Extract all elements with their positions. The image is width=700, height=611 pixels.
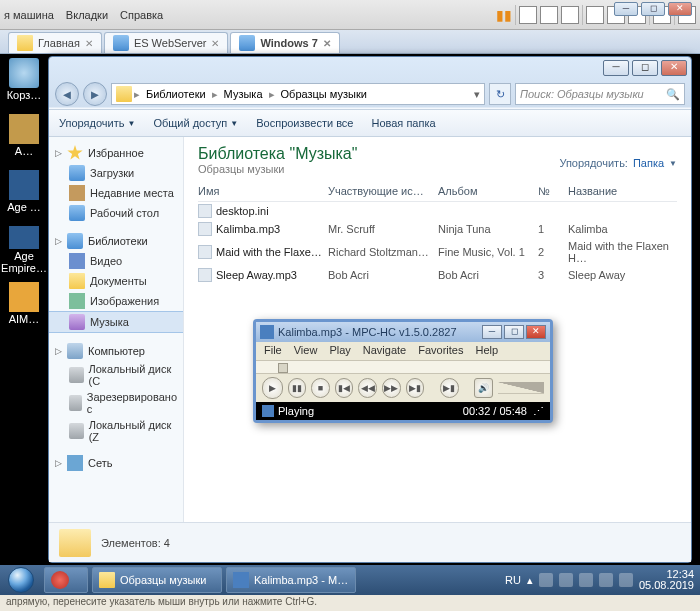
refresh-button[interactable]: ↻ — [489, 83, 511, 105]
file-icon — [198, 222, 212, 236]
column-headers[interactable]: Имя Участвующие ис… Альбом № Название — [198, 181, 677, 202]
volume-slider[interactable] — [498, 382, 544, 394]
breadcrumb-segment[interactable]: Библиотеки — [142, 88, 210, 100]
chevron-up-icon[interactable]: ▴ — [527, 574, 533, 587]
toolbar-button[interactable] — [561, 6, 579, 24]
desktop-shortcut[interactable]: Age … — [4, 170, 44, 218]
host-close-button[interactable]: ✕ — [668, 2, 692, 16]
close-button[interactable]: ✕ — [661, 60, 687, 76]
prev-button[interactable]: ▮◀ — [335, 378, 354, 398]
mpc-menu-navigate[interactable]: Navigate — [363, 344, 406, 358]
mpc-minimize-button[interactable]: ─ — [482, 325, 502, 339]
close-icon[interactable]: ✕ — [323, 38, 331, 49]
maximize-button[interactable]: ◻ — [632, 60, 658, 76]
host-minimize-button[interactable]: ─ — [614, 2, 638, 16]
toolbar-button[interactable] — [519, 6, 537, 24]
toolbar-button[interactable] — [586, 6, 604, 24]
newfolder-button[interactable]: Новая папка — [371, 117, 435, 129]
tab-home[interactable]: Главная✕ — [8, 32, 102, 53]
tray-icon[interactable] — [559, 573, 573, 587]
volume-icon[interactable] — [619, 573, 633, 587]
play-button[interactable]: ▶ — [262, 377, 283, 399]
explorer-window: ─ ◻ ✕ ◄ ► ▸ Библиотеки▸ Музыка▸ Образцы … — [48, 56, 692, 563]
file-row[interactable]: Kalimba.mp3Mr. ScruffNinja Tuna1Kalimba — [198, 220, 677, 238]
mpc-title-text: Kalimba.mp3 - MPC-HC v1.5.0.2827 — [278, 326, 457, 338]
step-button[interactable]: ▶▮ — [440, 378, 459, 398]
taskbar-explorer[interactable]: Образцы музыки — [92, 567, 222, 593]
nav-item-music[interactable]: Музыка — [49, 311, 183, 333]
breadcrumb-segment[interactable]: Образцы музыки — [277, 88, 371, 100]
mpc-menu-help[interactable]: Help — [475, 344, 498, 358]
library-icon — [67, 233, 83, 249]
arrange-control[interactable]: Упорядочить:Папка▼ — [559, 157, 677, 169]
folder-icon — [59, 529, 91, 557]
chevron-down-icon[interactable]: ▾ — [474, 88, 480, 101]
start-button[interactable] — [2, 566, 40, 594]
file-row[interactable]: desktop.ini — [198, 202, 677, 220]
mute-button[interactable]: 🔊 — [474, 378, 493, 398]
language-indicator[interactable]: RU — [505, 574, 521, 586]
pause-button[interactable]: ▮▮ — [288, 378, 307, 398]
taskbar-mpc[interactable]: Kalimba.mp3 - M… — [226, 567, 356, 593]
host-menu-item[interactable]: Вкладки — [66, 9, 108, 21]
breadcrumb[interactable]: ▸ Библиотеки▸ Музыка▸ Образцы музыки ▾ — [111, 83, 485, 105]
nav-item-video[interactable]: Видео — [49, 251, 183, 271]
nav-favorites[interactable]: ▷Избранное — [49, 143, 183, 163]
tab-webserver[interactable]: ES WebServer✕ — [104, 32, 229, 53]
desktop-shortcut[interactable]: AIM… — [4, 282, 44, 330]
forward-button[interactable]: ► — [83, 82, 107, 106]
mpc-menu-play[interactable]: Play — [329, 344, 350, 358]
toolbar-button[interactable] — [540, 6, 558, 24]
nav-item-documents[interactable]: Документы — [49, 271, 183, 291]
desktop-shortcut[interactable]: Age Empire… — [4, 226, 44, 274]
back-button[interactable]: ◄ — [55, 82, 79, 106]
nav-item-disk-z[interactable]: Локальный диск (Z — [49, 417, 183, 445]
mpc-close-button[interactable]: ✕ — [526, 325, 546, 339]
file-row[interactable]: Sleep Away.mp3Bob AcriBob Acri3Sleep Awa… — [198, 266, 677, 284]
nav-libraries[interactable]: ▷Библиотеки — [49, 231, 183, 251]
forward-button[interactable]: ▶▶ — [382, 378, 401, 398]
file-row[interactable]: Maid with the Flaxe…Richard Stoltzman…Fi… — [198, 238, 677, 266]
mpc-window[interactable]: Kalimba.mp3 - MPC-HC v1.5.0.2827 ─ ◻ ✕ F… — [253, 319, 553, 423]
playback-controls: ▶ ▮▮ ■ ▮◀ ◀◀ ▶▶ ▶▮ ▶▮ 🔊 — [256, 374, 550, 402]
playall-button[interactable]: Воспроизвести все — [256, 117, 353, 129]
close-icon[interactable]: ✕ — [211, 38, 219, 49]
clock[interactable]: 12:3405.08.2019 — [639, 569, 694, 591]
tray-icon[interactable] — [579, 573, 593, 587]
nav-computer[interactable]: ▷Компьютер — [49, 341, 183, 361]
pause-icon[interactable]: ▮▮ — [496, 7, 512, 23]
seek-thumb[interactable] — [278, 363, 288, 373]
nav-item-disk-reserved[interactable]: Зарезервировано с — [49, 389, 183, 417]
mpc-menu-favorites[interactable]: Favorites — [418, 344, 463, 358]
status-bar: Элементов: 4 — [49, 522, 691, 562]
nav-item-downloads[interactable]: Загрузки — [49, 163, 183, 183]
nav-network[interactable]: ▷Сеть — [49, 453, 183, 473]
organize-button[interactable]: Упорядочить▼ — [59, 117, 135, 129]
mpc-menu-view[interactable]: View — [294, 344, 318, 358]
breadcrumb-segment[interactable]: Музыка — [220, 88, 267, 100]
next-button[interactable]: ▶▮ — [406, 378, 425, 398]
mpc-maximize-button[interactable]: ◻ — [504, 325, 524, 339]
close-icon[interactable]: ✕ — [85, 38, 93, 49]
mpc-titlebar[interactable]: Kalimba.mp3 - MPC-HC v1.5.0.2827 ─ ◻ ✕ — [256, 322, 550, 342]
search-input[interactable]: Поиск: Образцы музыки🔍 — [515, 83, 685, 105]
network-icon[interactable] — [599, 573, 613, 587]
rewind-button[interactable]: ◀◀ — [358, 378, 377, 398]
share-button[interactable]: Общий доступ▼ — [153, 117, 238, 129]
tray-icon[interactable] — [539, 573, 553, 587]
host-menu-item[interactable]: я машина — [4, 9, 54, 21]
host-menu-item[interactable]: Справка — [120, 9, 163, 21]
seek-bar[interactable] — [256, 360, 550, 374]
stop-button[interactable]: ■ — [311, 378, 330, 398]
mpc-menu-file[interactable]: File — [264, 344, 282, 358]
nav-item-recent[interactable]: Недавние места — [49, 183, 183, 203]
nav-item-disk-c[interactable]: Локальный диск (C — [49, 361, 183, 389]
nav-item-desktop[interactable]: Рабочий стол — [49, 203, 183, 223]
taskbar-opera[interactable] — [44, 567, 88, 593]
tab-windows7[interactable]: Windows 7✕ — [230, 32, 339, 53]
minimize-button[interactable]: ─ — [603, 60, 629, 76]
recycle-bin-icon[interactable]: Корз… — [4, 58, 44, 106]
host-maximize-button[interactable]: ◻ — [641, 2, 665, 16]
desktop-shortcut[interactable]: A… — [4, 114, 44, 162]
nav-item-images[interactable]: Изображения — [49, 291, 183, 311]
